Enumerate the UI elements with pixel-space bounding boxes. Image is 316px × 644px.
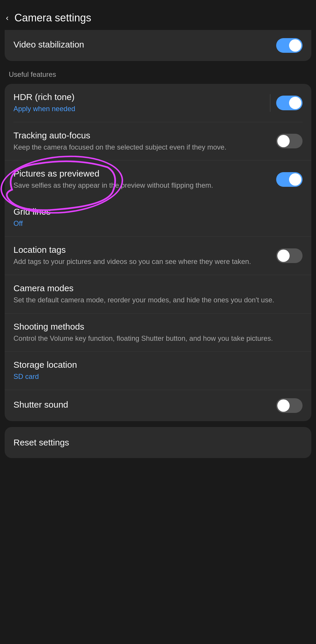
tracking-autofocus-subtitle: Keep the camera focused on the selected … bbox=[13, 142, 270, 152]
grid-lines-title: Grid lines bbox=[13, 207, 297, 217]
pictures-as-previewed-title: Pictures as previewed bbox=[13, 169, 270, 179]
reset-settings-title: Reset settings bbox=[13, 438, 303, 448]
hdr-toggle[interactable] bbox=[276, 96, 303, 110]
pictures-as-previewed-text: Pictures as previewed Save selfies as th… bbox=[13, 169, 276, 190]
pictures-as-previewed-wrapper: Pictures as previewed Save selfies as th… bbox=[5, 160, 311, 199]
video-stabilization-slider bbox=[276, 38, 303, 53]
shutter-sound-slider bbox=[276, 398, 303, 413]
pictures-as-previewed-slider bbox=[276, 172, 303, 187]
hdr-slider bbox=[276, 96, 303, 110]
location-tags-slider bbox=[276, 248, 303, 263]
storage-location-subtitle: SD card bbox=[13, 372, 297, 382]
pictures-as-previewed-toggle[interactable] bbox=[276, 172, 303, 187]
grid-lines-text: Grid lines Off bbox=[13, 207, 303, 228]
camera-modes-text: Camera modes Set the default camera mode… bbox=[13, 283, 303, 305]
storage-location-item[interactable]: Storage location SD card bbox=[5, 352, 311, 390]
hdr-title: HDR (rich tone) bbox=[13, 92, 264, 102]
hdr-text: HDR (rich tone) Apply when needed bbox=[13, 92, 264, 114]
back-button[interactable]: ‹ bbox=[6, 13, 8, 23]
tracking-autofocus-title: Tracking auto-focus bbox=[13, 131, 270, 140]
pictures-as-previewed-subtitle: Save selfies as they appear in the previ… bbox=[13, 180, 270, 190]
tracking-autofocus-toggle[interactable] bbox=[276, 134, 303, 148]
bottom-spacer bbox=[0, 460, 316, 472]
tracking-autofocus-item[interactable]: Tracking auto-focus Keep the camera focu… bbox=[5, 122, 311, 161]
location-tags-toggle[interactable] bbox=[276, 248, 303, 263]
shutter-sound-text: Shutter sound bbox=[13, 400, 276, 411]
hdr-item[interactable]: HDR (rich tone) Apply when needed bbox=[5, 84, 311, 122]
useful-features-section-label: Useful features bbox=[0, 63, 316, 82]
shooting-methods-title: Shooting methods bbox=[13, 322, 297, 332]
shooting-methods-text: Shooting methods Control the Volume key … bbox=[13, 322, 303, 343]
grid-lines-subtitle: Off bbox=[13, 218, 297, 228]
camera-modes-subtitle: Set the default camera mode, reorder you… bbox=[13, 295, 297, 305]
shutter-sound-title: Shutter sound bbox=[13, 400, 270, 410]
reset-settings-card[interactable]: Reset settings bbox=[5, 427, 311, 458]
video-stabilization-label: Video stabilization bbox=[13, 40, 270, 50]
storage-location-text: Storage location SD card bbox=[13, 360, 303, 382]
hdr-subtitle: Apply when needed bbox=[13, 104, 264, 114]
camera-modes-title: Camera modes bbox=[13, 283, 297, 293]
hdr-divider bbox=[270, 94, 270, 112]
video-stabilization-card: Video stabilization bbox=[5, 30, 311, 61]
location-tags-subtitle: Add tags to your pictures and videos so … bbox=[13, 257, 270, 267]
pictures-as-previewed-item[interactable]: Pictures as previewed Save selfies as th… bbox=[5, 160, 311, 199]
camera-modes-item[interactable]: Camera modes Set the default camera mode… bbox=[5, 275, 311, 313]
location-tags-item[interactable]: Location tags Add tags to your pictures … bbox=[5, 237, 311, 275]
page-title: Camera settings bbox=[14, 12, 91, 24]
video-stabilization-toggle[interactable] bbox=[276, 38, 303, 53]
shooting-methods-item[interactable]: Shooting methods Control the Volume key … bbox=[5, 313, 311, 352]
location-tags-title: Location tags bbox=[13, 245, 270, 255]
tracking-autofocus-text: Tracking auto-focus Keep the camera focu… bbox=[13, 131, 276, 152]
video-stabilization-item[interactable]: Video stabilization bbox=[5, 30, 311, 61]
useful-features-card: HDR (rich tone) Apply when needed Tracki… bbox=[5, 84, 311, 421]
tracking-autofocus-slider bbox=[276, 134, 303, 148]
reset-settings-item[interactable]: Reset settings bbox=[5, 427, 311, 458]
header: ‹ Camera settings bbox=[0, 0, 316, 30]
shutter-sound-item[interactable]: Shutter sound bbox=[5, 390, 311, 421]
location-tags-text: Location tags Add tags to your pictures … bbox=[13, 245, 276, 267]
shutter-sound-toggle[interactable] bbox=[276, 398, 303, 413]
grid-lines-item[interactable]: Grid lines Off bbox=[5, 199, 311, 237]
storage-location-title: Storage location bbox=[13, 360, 297, 370]
shooting-methods-subtitle: Control the Volume key function, floatin… bbox=[13, 333, 297, 343]
video-stabilization-text: Video stabilization bbox=[13, 40, 276, 51]
